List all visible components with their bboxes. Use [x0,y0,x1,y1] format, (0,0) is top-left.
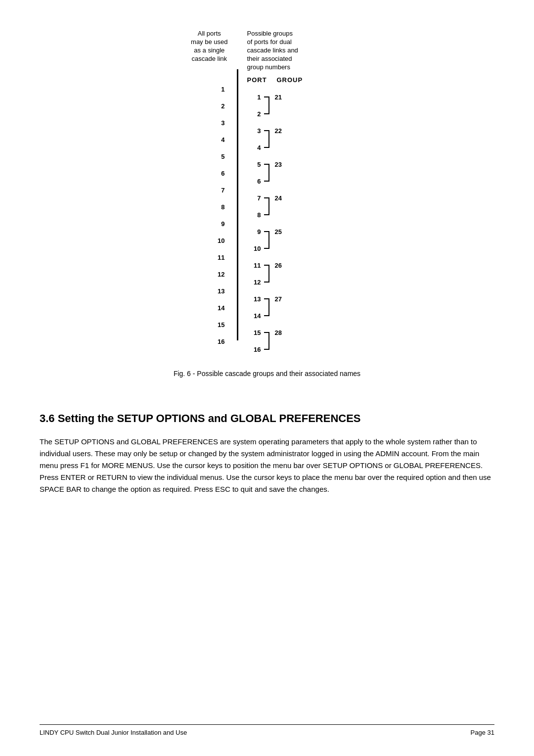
port-pair: 3224 [247,122,282,156]
bracket-bottom-svg [263,240,272,257]
left-port-row: 6 [221,165,227,182]
right-header: Possible groups of ports for dual cascad… [247,30,298,71]
bracket-bottom-svg [263,173,272,189]
port-number-bottom: 8 [247,211,261,219]
port-pair: 1212 [247,89,282,122]
diagram-section: All ports may be used as a single cascad… [40,30,494,397]
port-number-bottom: 10 [247,245,261,252]
left-port-row: 4 [221,132,227,148]
left-port-row: 12 [218,266,227,283]
bracket-row-top: 724 [247,189,282,206]
figure-caption: Fig. 6 - Possible cascade groups and the… [174,370,360,378]
port-number-top: 1 [247,94,261,101]
footer-right: Page 31 [471,729,494,736]
group-col-header: GROUP [277,76,312,84]
group-number: 25 [275,228,282,236]
left-port-row: 13 [218,283,227,300]
left-port-row: 9 [221,216,227,233]
port-pair: 5236 [247,156,282,189]
section-heading: 3.6 Setting the SETUP OPTIONS and GLOBAL… [40,412,494,425]
footer-left: LINDY CPU Switch Dual Junior Installatio… [40,729,187,736]
bracket-row-bottom: 10 [247,240,282,257]
bracket-bottom-svg [263,105,272,122]
port-pair: 152816 [247,324,282,358]
port-number-bottom: 4 [247,144,261,151]
port-group-headers: PORT GROUP [247,76,312,84]
diagram-wrapper: All ports may be used as a single cascad… [158,30,377,397]
right-rows: 121232245236724892510112612132714152816 [247,89,282,358]
left-port-row: 16 [218,333,227,350]
left-port-row: 2 [221,98,227,115]
bracket-row-bottom: 6 [247,173,282,189]
bracket-row-top: 523 [247,156,282,173]
port-number-top: 5 [247,161,261,168]
right-column: Possible groups of ports for dual cascad… [238,30,377,358]
bracket-bottom-svg [263,341,272,358]
group-number: 21 [275,94,282,101]
port-pair: 132714 [247,290,282,324]
port-number-top: 15 [247,329,261,336]
bracket-bottom-svg [263,307,272,324]
left-column: All ports may be used as a single cascad… [158,30,237,350]
bracket-bottom-svg [263,206,272,223]
bracket-row-top: 1327 [247,290,282,307]
port-number-top: 13 [247,295,261,303]
bracket-row-top: 121 [247,89,282,105]
bracket-row-top: 1126 [247,257,282,274]
bracket-top-svg [263,89,272,105]
port-pair: 112612 [247,257,282,290]
left-port-row: 10 [218,233,227,249]
body-text: The SETUP OPTIONS and GLOBAL PREFERENCES… [40,436,494,495]
bracket-top-svg [263,223,272,240]
bracket-top-svg [263,257,272,274]
group-number: 22 [275,127,282,135]
group-number: 27 [275,295,282,303]
bracket-row-top: 322 [247,122,282,139]
left-header: All ports may be used as a single cascad… [191,30,227,63]
left-port-row: 5 [221,148,227,165]
port-number-top: 3 [247,127,261,135]
bracket-row-bottom: 2 [247,105,282,122]
left-port-row: 8 [221,199,227,216]
group-number: 24 [275,194,282,202]
left-port-row: 3 [221,115,227,132]
port-number-bottom: 12 [247,279,261,286]
group-number: 28 [275,329,282,336]
left-port-row: 15 [218,317,227,333]
group-number: 23 [275,161,282,168]
bracket-bottom-svg [263,139,272,156]
bracket-row-bottom: 14 [247,307,282,324]
bracket-top-svg [263,290,272,307]
left-port-row: 11 [218,249,227,266]
left-port-numbers: 12345678910111213141516 [218,81,227,350]
bracket-row-top: 1528 [247,324,282,341]
vertical-divider [237,69,238,340]
diagram-inner: All ports may be used as a single cascad… [158,30,377,358]
port-number-top: 7 [247,194,261,202]
bracket-top-svg [263,189,272,206]
bracket-top-svg [263,324,272,341]
port-col-header: PORT [247,76,272,84]
port-number-bottom: 6 [247,178,261,185]
left-port-row: 7 [221,182,227,199]
group-number: 26 [275,262,282,269]
bracket-top-svg [263,156,272,173]
port-number-bottom: 16 [247,346,261,353]
port-number-bottom: 2 [247,110,261,118]
footer: LINDY CPU Switch Dual Junior Installatio… [40,724,494,736]
bracket-row-bottom: 16 [247,341,282,358]
port-number-top: 11 [247,262,261,269]
port-number-bottom: 14 [247,312,261,320]
port-pair: 92510 [247,223,282,257]
left-port-row: 14 [218,300,227,317]
bracket-top-svg [263,122,272,139]
bracket-row-bottom: 12 [247,274,282,290]
port-pair: 7248 [247,189,282,223]
bracket-row-top: 925 [247,223,282,240]
left-port-row: 1 [221,81,227,98]
bracket-row-bottom: 4 [247,139,282,156]
bracket-row-bottom: 8 [247,206,282,223]
page-container: All ports may be used as a single cascad… [0,0,534,756]
bracket-bottom-svg [263,274,272,290]
port-number-top: 9 [247,228,261,236]
